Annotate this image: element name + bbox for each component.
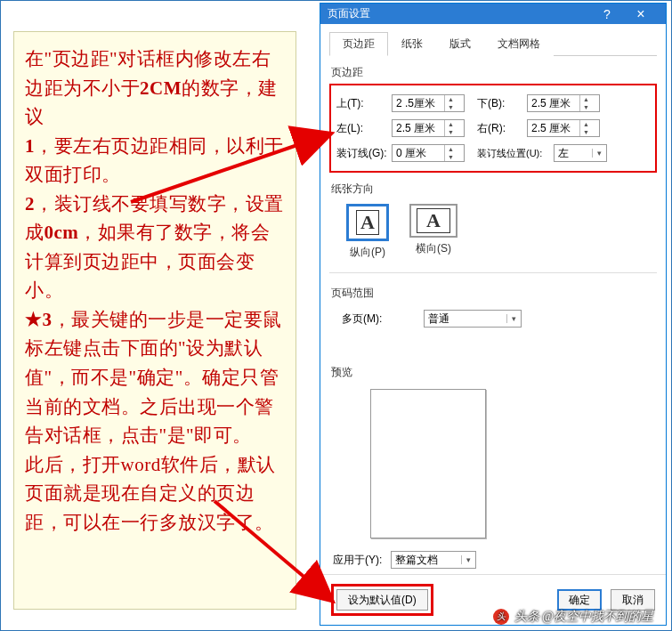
apply-to-label: 应用于(Y):	[333, 553, 382, 568]
apply-row: 应用于(Y): 整篇文档 ▾	[333, 551, 657, 569]
annot-text: 此后，打开word软件后，默认页面就是现在自定义的页边距，可以在一行多放汉字了。	[25, 454, 276, 533]
spinner-arrows[interactable]: ▲▼	[579, 95, 592, 111]
cancel-button[interactable]: 取消	[611, 589, 655, 611]
page-setup-dialog: 页面设置 ? × 页边距 纸张 版式 文档网格 页边距 上(T): ▲▼ 下(B…	[320, 3, 667, 626]
multi-pages-combo[interactable]: 普通 ▾	[424, 310, 522, 328]
up-arrow-icon[interactable]: ▲	[580, 95, 592, 103]
spinner-arrows[interactable]: ▲▼	[579, 120, 592, 136]
toutiao-logo-icon: 头	[493, 609, 509, 625]
chevron-down-icon[interactable]: ▾	[506, 314, 521, 323]
set-default-button[interactable]: 设为默认值(D)	[336, 589, 428, 611]
up-arrow-icon[interactable]: ▲	[445, 120, 457, 128]
annot-0cm: 0cm	[45, 222, 79, 243]
gutter-pos-combo[interactable]: 左 ▾	[554, 144, 607, 162]
multi-pages-value: 普通	[425, 311, 506, 327]
apply-to-value: 整篇文档	[392, 553, 461, 568]
down-arrow-icon[interactable]: ▼	[445, 153, 457, 161]
up-arrow-icon[interactable]: ▲	[445, 145, 457, 153]
divider	[329, 272, 657, 273]
right-input[interactable]	[528, 120, 579, 136]
gutter-pos-label: 装订线位置(U):	[475, 147, 550, 160]
apply-to-combo[interactable]: 整篇文档 ▾	[391, 551, 476, 569]
multi-pages-label: 多页(M):	[342, 311, 413, 327]
annot-num1: 1	[25, 135, 35, 157]
annot-num2: 2	[25, 193, 35, 214]
down-arrow-icon[interactable]: ▼	[445, 128, 457, 136]
orientation-landscape[interactable]: A 横向(S)	[408, 204, 459, 260]
landscape-label: 横向(S)	[416, 242, 451, 255]
bottom-label: 下(B):	[475, 96, 523, 111]
down-arrow-icon[interactable]: ▼	[580, 103, 592, 111]
annot-2cm: 2CM	[140, 77, 182, 99]
watermark: 头 头条 @夜空中找不到的星	[493, 609, 653, 625]
gutter-spinner[interactable]: ▲▼	[392, 144, 465, 162]
titlebar: 页面设置 ? ×	[320, 4, 666, 24]
page-preview	[370, 389, 486, 538]
gutter-pos-value: 左	[555, 146, 592, 161]
tab-margins[interactable]: 页边距	[329, 32, 388, 56]
bottom-spinner[interactable]: ▲▼	[527, 94, 600, 112]
top-label: 上(T):	[335, 96, 388, 111]
watermark-text: 头条 @夜空中找不到的星	[514, 609, 653, 625]
top-input[interactable]	[393, 95, 444, 111]
left-input[interactable]	[393, 120, 444, 136]
gutter-label: 装订线(G):	[335, 146, 388, 161]
left-label: 左(L):	[335, 121, 388, 136]
spinner-arrows[interactable]: ▲▼	[444, 95, 457, 111]
right-spinner[interactable]: ▲▼	[527, 119, 600, 137]
tab-paper[interactable]: 纸张	[388, 32, 436, 56]
spinner-arrows[interactable]: ▲▼	[444, 145, 457, 161]
pages-row: 多页(M): 普通 ▾	[342, 310, 657, 328]
preview-label: 预览	[331, 365, 657, 380]
up-arrow-icon[interactable]: ▲	[445, 95, 457, 103]
chevron-down-icon[interactable]: ▾	[592, 149, 606, 158]
top-spinner[interactable]: ▲▼	[392, 94, 465, 112]
spinner-arrows[interactable]: ▲▼	[444, 120, 457, 136]
gutter-input[interactable]	[393, 145, 444, 161]
tab-strip: 页边距 纸张 版式 文档网格	[329, 31, 657, 56]
tab-layout[interactable]: 版式	[436, 32, 484, 56]
dialog-title: 页面设置	[328, 6, 591, 21]
pages-group-label: 页码范围	[331, 286, 657, 301]
chevron-down-icon[interactable]: ▾	[461, 555, 475, 564]
annot-num3: ★3	[25, 309, 53, 330]
orientation-group-label: 纸张方向	[331, 182, 657, 197]
tab-grid[interactable]: 文档网格	[484, 32, 554, 56]
up-arrow-icon[interactable]: ▲	[580, 120, 592, 128]
right-label: 右(R):	[475, 121, 523, 136]
margins-group-label: 页边距	[331, 65, 657, 80]
orientation-portrait[interactable]: A 纵向(P)	[342, 204, 393, 260]
set-default-highlight: 设为默认值(D)	[331, 584, 433, 616]
down-arrow-icon[interactable]: ▼	[445, 103, 457, 111]
left-spinner[interactable]: ▲▼	[392, 119, 465, 137]
orientation-row: A 纵向(P) A 横向(S)	[342, 204, 657, 260]
annotation-note: 在"页边距"对话框内修改左右边距为不小于2CM的数字，建议 1，要左右页边距相同…	[13, 31, 296, 610]
margins-highlight-box: 上(T): ▲▼ 下(B): ▲▼ 左(L): ▲▼ 右(R):	[329, 84, 657, 173]
ok-button[interactable]: 确定	[557, 589, 602, 611]
landscape-icon: A	[409, 204, 457, 238]
down-arrow-icon[interactable]: ▼	[580, 128, 592, 136]
bottom-input[interactable]	[528, 95, 579, 111]
close-button[interactable]: ×	[623, 6, 659, 22]
portrait-label: 纵向(P)	[350, 246, 385, 258]
portrait-icon: A	[346, 204, 389, 241]
dialog-body: 页边距 纸张 版式 文档网格 页边距 上(T): ▲▼ 下(B): ▲▼ 左(	[320, 24, 666, 574]
help-button[interactable]: ?	[591, 7, 623, 21]
annot-text: ，最关键的一步是一定要鼠标左键点击下面的"设为默认值"，而不是"确定"。确定只管…	[25, 309, 282, 446]
annot-text: ，要左右页边距相同，以利于双面打印。	[25, 135, 284, 186]
